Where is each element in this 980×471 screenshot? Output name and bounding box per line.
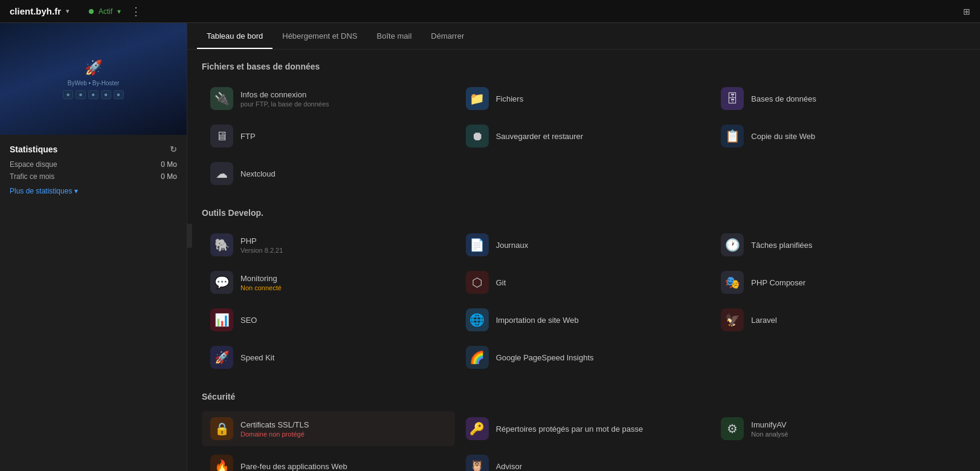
tool-name-speed-kit: Speed Kit <box>240 353 274 362</box>
tool-name-laravel: Laravel <box>751 316 777 325</box>
advisor-icon: 🦉 <box>466 455 489 471</box>
tab-demarrer[interactable]: Démarrer <box>421 23 474 49</box>
stats-title: Statistiques ↻ <box>10 145 177 154</box>
tools-grid-security: ➜ 🔒 Certificats SSL/TLS Domaine non prot… <box>202 411 965 471</box>
repertoires-icon: 🔑 <box>466 417 489 440</box>
stat-row-traffic: Trafic ce mois 0 Mo <box>10 172 177 181</box>
pare-feu-icon: 🔥 <box>210 455 233 471</box>
tool-name-bases-donnees: Bases de données <box>751 94 816 103</box>
ssl-icon: 🔒 <box>210 417 233 440</box>
tool-copie-site[interactable]: 📋 Copie du site Web <box>712 119 965 154</box>
tool-advisor[interactable]: 🦉 Advisor <box>457 449 711 471</box>
tool-imunifyav[interactable]: ⚙ ImunifyAV Non analysé <box>712 411 965 446</box>
tool-infos-connexion[interactable]: 🔌 Infos de connexion pour FTP, la base d… <box>202 81 455 116</box>
tool-nextcloud[interactable]: ☁ Nextcloud <box>202 156 455 191</box>
stat-row-disk: Espace disque 0 Mo <box>10 160 177 169</box>
tool-name-advisor: Advisor <box>496 462 522 471</box>
tool-seo[interactable]: 📊 SEO <box>202 302 455 337</box>
tool-monitoring[interactable]: 💬 Monitoring Non connecté <box>202 265 455 300</box>
tool-name-php-composer: PHP Composer <box>751 278 805 287</box>
stat-value-traffic: 0 Mo <box>161 172 177 181</box>
topbar: client.byh.fr ▾ Actif ▾ ⋮ ⊞ <box>0 0 980 23</box>
section-title-files-db: Fichiers et bases de données <box>202 62 965 71</box>
status-chevron-icon[interactable]: ▾ <box>117 7 121 16</box>
left-edge-tab[interactable] <box>187 224 192 248</box>
tool-taches-planifiees[interactable]: 🕐 Tâches planifiées <box>712 227 965 262</box>
stats-section: Statistiques ↻ Espace disque 0 Mo Trafic… <box>0 135 187 205</box>
tool-bases-donnees[interactable]: 🗄 Bases de données <box>712 81 965 116</box>
php-composer-icon: 🎭 <box>721 271 744 294</box>
site-chevron-icon[interactable]: ▾ <box>66 7 69 15</box>
tool-desc-imunifyav: Non analysé <box>751 430 788 438</box>
site-preview: 🚀 ByWeb • By-Hoster ■ ■ ■ ■ ■ <box>0 23 187 135</box>
tool-ftp[interactable]: 🖥 FTP <box>202 119 455 154</box>
tool-name-ssl: Certificats SSL/TLS <box>240 420 309 429</box>
site-title[interactable]: client.byh.fr <box>10 6 61 16</box>
tool-name-taches: Tâches planifiées <box>751 241 812 250</box>
seo-icon: 📊 <box>210 308 233 331</box>
refresh-icon[interactable]: ↻ <box>170 145 177 154</box>
tool-pagespeed[interactable]: 🌈 Google PageSpeed Insights <box>457 340 711 375</box>
tool-php[interactable]: 🐘 PHP Version 8.2.21 <box>202 227 455 262</box>
tool-sauvegarder[interactable]: ⏺ Sauvegarder et restaurer <box>457 119 711 154</box>
infos-connexion-icon: 🔌 <box>210 87 233 110</box>
sauvegarder-icon: ⏺ <box>466 125 489 148</box>
more-stats-link[interactable]: Plus de statistiques ▾ <box>10 187 177 195</box>
stat-label-disk: Espace disque <box>10 160 57 169</box>
tab-bar: Tableau de bord Hébergement et DNS Boîte… <box>187 23 980 50</box>
tool-git[interactable]: ⬡ Git <box>457 265 711 300</box>
pagespeed-icon: 🌈 <box>466 346 489 369</box>
tool-name-repertoires: Répertoires protégés par un mot de passe <box>496 424 643 434</box>
tab-boite-mail[interactable]: Boîte mail <box>367 23 422 49</box>
fichiers-icon: 📁 <box>466 87 489 110</box>
section-title-dev-tools: Outils Develop. <box>202 208 965 218</box>
tool-name-pare-feu: Pare-feu des applications Web <box>240 462 347 471</box>
tool-name-importation: Importation de site Web <box>496 316 579 325</box>
monitoring-icon: 💬 <box>210 271 233 294</box>
tool-name-monitoring: Monitoring <box>240 274 282 283</box>
tool-name-php: PHP <box>240 236 283 245</box>
tool-name-nextcloud: Nextcloud <box>240 169 276 178</box>
tool-name-sauvegarder: Sauvegarder et restaurer <box>496 132 584 141</box>
topbar-right-icon[interactable]: ⊞ <box>963 7 970 16</box>
bases-donnees-icon: 🗄 <box>721 87 744 110</box>
status-dot-icon <box>89 9 94 14</box>
laravel-icon: 🦅 <box>721 308 744 331</box>
tool-name-fichiers: Fichiers <box>496 94 524 103</box>
tool-desc-php: Version 8.2.21 <box>240 247 283 254</box>
tool-ssl-tls[interactable]: 🔒 Certificats SSL/TLS Domaine non protég… <box>202 411 455 446</box>
tool-laravel[interactable]: 🦅 Laravel <box>712 302 965 337</box>
sidebar: 🚀 ByWeb • By-Hoster ■ ■ ■ ■ ■ Statistiqu… <box>0 23 187 471</box>
tools-grid-dev-tools: 🐘 PHP Version 8.2.21 📄 Journaux 🕐 <box>202 227 965 375</box>
tool-fichiers[interactable]: 📁 Fichiers <box>457 81 711 116</box>
journaux-icon: 📄 <box>466 233 489 256</box>
tool-name-copie-site: Copie du site Web <box>751 132 815 141</box>
tool-php-composer[interactable]: 🎭 PHP Composer <box>712 265 965 300</box>
git-icon: ⬡ <box>466 271 489 294</box>
nextcloud-icon: ☁ <box>210 162 233 185</box>
copie-site-icon: 📋 <box>721 125 744 148</box>
content-area: Tableau de bord Hébergement et DNS Boîte… <box>187 23 980 471</box>
tool-name-seo: SEO <box>240 316 257 325</box>
speed-kit-icon: 🚀 <box>210 346 233 369</box>
tab-hebergement-dns[interactable]: Hébergement et DNS <box>272 23 367 49</box>
tab-tableau-de-bord[interactable]: Tableau de bord <box>197 23 272 49</box>
topbar-menu-icon[interactable]: ⋮ <box>131 5 143 18</box>
tool-importation[interactable]: 🌐 Importation de site Web <box>457 302 711 337</box>
status-label[interactable]: Actif <box>98 7 112 16</box>
ftp-icon: 🖥 <box>210 125 233 148</box>
tool-name-pagespeed: Google PageSpeed Insights <box>496 353 594 362</box>
tool-desc-infos-connexion: pour FTP, la base de données <box>240 100 329 108</box>
stat-value-disk: 0 Mo <box>161 160 177 169</box>
tool-name-ftp: FTP <box>240 132 256 141</box>
tool-pare-feu[interactable]: 🔥 Pare-feu des applications Web <box>202 449 455 471</box>
tool-repertoires[interactable]: 🔑 Répertoires protégés par un mot de pas… <box>457 411 711 446</box>
tool-speed-kit[interactable]: 🚀 Speed Kit <box>202 340 455 375</box>
section-title-security: Sécurité <box>202 392 965 401</box>
tools-grid-files-db: 🔌 Infos de connexion pour FTP, la base d… <box>202 81 965 191</box>
taches-icon: 🕐 <box>721 233 744 256</box>
tool-name-infos-connexion: Infos de connexion <box>240 90 329 99</box>
tool-name-imunifyav: ImunifyAV <box>751 420 788 429</box>
tool-journaux[interactable]: 📄 Journaux <box>457 227 711 262</box>
stat-label-traffic: Trafic ce mois <box>10 172 54 181</box>
